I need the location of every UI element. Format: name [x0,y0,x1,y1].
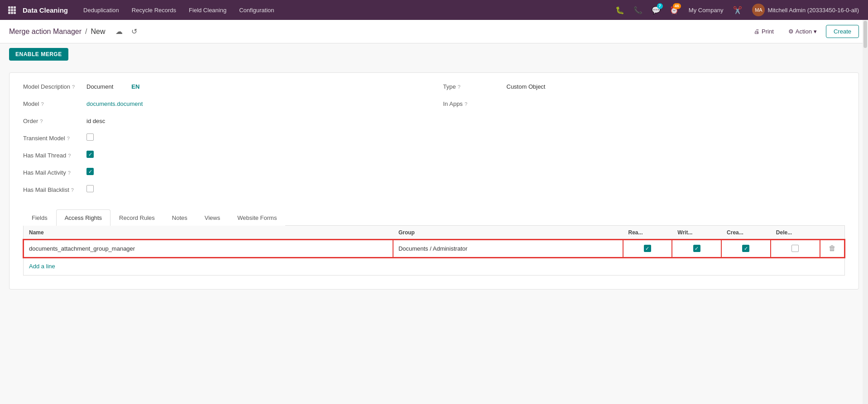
user-menu[interactable]: MA Mitchell Admin (20333450-16-0-all) [748,4,863,16]
row-write-checkbox[interactable]: ✓ [672,240,721,257]
type-row: Type ? Custom Object [443,82,845,95]
gear-icon: ⚙ [788,28,794,35]
phone-icon[interactable]: 📞 [631,3,645,17]
has-mail-blacklist-help[interactable]: ? [71,187,74,193]
scrollbar[interactable] [863,20,868,404]
menu-recycle-records[interactable]: Recycle Records [125,0,182,20]
transient-model-checkbox[interactable] [86,133,94,141]
row-delete-btn[interactable]: 🗑 [820,240,844,257]
tab-fields[interactable]: Fields [23,209,56,226]
tab-access-rights[interactable]: Access Rights [56,209,110,226]
svg-rect-3 [8,9,10,11]
clock-badge: 46 [673,3,681,9]
svg-rect-2 [14,6,16,9]
order-value[interactable]: id desc [86,116,105,124]
add-line-container: Add a line [24,257,844,275]
col-header-read: Rea... [623,226,672,240]
enable-merge-button[interactable]: ENABLE MERGE [9,48,68,61]
in-apps-label: In Apps ? [443,99,507,107]
type-help[interactable]: ? [458,84,460,90]
print-icon: 🖨 [754,28,760,35]
model-description-value[interactable]: Document [86,82,113,90]
model-description-label: Model Description ? [23,82,86,90]
navbar: Data Cleaning Deduplication Recycle Reco… [0,0,868,20]
transient-model-help[interactable]: ? [67,136,70,141]
model-value[interactable]: documents.document [86,99,143,107]
row-name: documents_attachment_group_manager [24,240,393,257]
breadcrumb-parent[interactable]: Merge action Manager [9,28,82,36]
settings-icon[interactable]: ✂️ [730,3,745,17]
table-container: Name Group Rea... Writ... Crea... Dele..… [23,226,845,276]
tab-record-rules[interactable]: Record Rules [110,209,163,226]
type-label: Type ? [443,82,507,90]
col-header-write: Writ... [672,226,721,240]
has-mail-thread-row: Has Mail Thread ? ✓ [23,151,434,163]
menu-deduplication[interactable]: Deduplication [77,0,125,20]
access-rights-table: Name Group Rea... Writ... Crea... Dele..… [24,226,844,257]
company-name[interactable]: My Company [685,7,727,14]
print-button[interactable]: 🖨 Print [748,25,779,38]
create-button[interactable]: Create [826,25,859,38]
order-row: Order ? id desc [23,116,434,129]
save-cloud-icon[interactable]: ☁ [113,25,125,38]
model-description-row: Model Description ? Document EN [23,82,434,95]
breadcrumb-current: New [91,28,106,36]
type-value[interactable]: Custom Object [507,82,546,90]
chevron-down-icon: ▾ [814,28,817,35]
menu-field-cleaning[interactable]: Field Cleaning [182,0,233,20]
row-delete-checkbox[interactable] [771,240,820,257]
chat-icon[interactable]: 💬 7 [649,3,663,17]
table-row[interactable]: documents_attachment_group_manager Docum… [24,240,844,257]
navbar-right: 🐛 📞 💬 7 ⏰ 46 My Company ✂️ MA Mitchell A… [613,3,863,17]
tab-views[interactable]: Views [196,209,229,226]
enable-merge-bar: ENABLE MERGE [0,43,868,65]
model-label: Model ? [23,99,86,107]
model-description-en[interactable]: EN [131,82,139,90]
row-group: Documents / Administrator [393,240,623,257]
tab-notes[interactable]: Notes [163,209,196,226]
col-header-name: Name [24,226,393,240]
has-mail-activity-label: Has Mail Activity ? [23,168,86,176]
form-card: Model Description ? Document EN Model ? … [9,72,859,290]
transient-model-row: Transient Model ? [23,133,434,146]
clock-icon[interactable]: ⏰ 46 [667,3,681,17]
table-header-row: Name Group Rea... Writ... Crea... Dele..… [24,226,844,240]
tabs-container: Fields Access Rights Record Rules Notes … [23,209,845,226]
scrollbar-thumb[interactable] [863,21,867,48]
app-brand[interactable]: Data Cleaning [23,6,68,14]
has-mail-blacklist-label: Has Mail Blacklist ? [23,185,86,193]
has-mail-activity-help[interactable]: ? [68,170,71,176]
avatar: MA [752,4,765,16]
svg-rect-4 [11,9,13,11]
has-mail-thread-checkbox[interactable]: ✓ [86,151,94,158]
col-header-group: Group [393,226,623,240]
add-line-button[interactable]: Add a line [24,259,61,273]
col-header-action [820,226,844,240]
order-help[interactable]: ? [40,119,43,124]
action-bar: Merge action Manager / New ☁ ↺ 🖨 Print ⚙… [0,20,868,43]
row-create-checkbox[interactable]: ✓ [721,240,771,257]
navbar-menu: Deduplication Recycle Records Field Clea… [77,0,613,20]
col-header-create: Crea... [721,226,771,240]
action-button[interactable]: ⚙ Action ▾ [783,25,822,38]
has-mail-activity-checkbox[interactable]: ✓ [86,168,94,175]
svg-rect-6 [8,12,10,14]
menu-configuration[interactable]: Configuration [233,0,280,20]
breadcrumb-separator: / [85,28,87,36]
has-mail-thread-help[interactable]: ? [68,153,71,158]
apps-grid-icon[interactable] [5,4,18,16]
user-name: Mitchell Admin (20333450-16-0-all) [767,7,859,14]
row-read-checkbox[interactable]: ✓ [623,240,672,257]
has-mail-blacklist-row: Has Mail Blacklist ? [23,185,434,198]
refresh-icon[interactable]: ↺ [128,25,141,38]
bug-icon[interactable]: 🐛 [613,3,627,17]
model-description-help[interactable]: ? [72,84,75,90]
has-mail-blacklist-checkbox[interactable] [86,185,94,192]
form-right: Type ? Custom Object In Apps ? [434,82,845,202]
in-apps-help[interactable]: ? [465,101,467,107]
form-left: Model Description ? Document EN Model ? … [23,82,434,202]
svg-rect-5 [14,9,16,11]
trash-icon[interactable]: 🗑 [825,244,839,252]
model-help[interactable]: ? [41,101,43,107]
tab-website-forms[interactable]: Website Forms [229,209,285,226]
